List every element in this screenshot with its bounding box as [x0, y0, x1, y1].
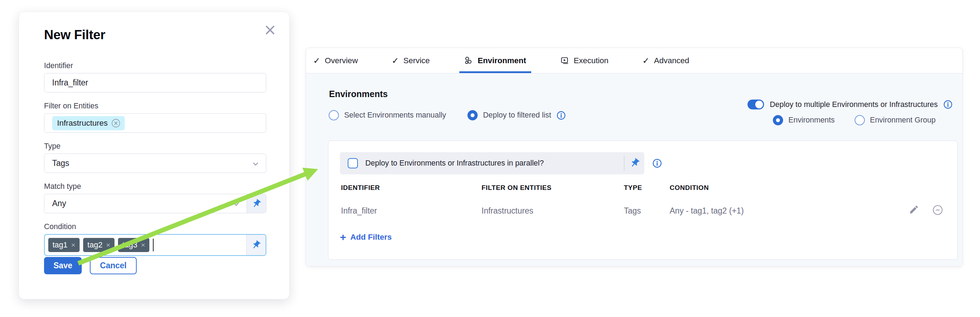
entities-label: Filter on Entities	[44, 102, 266, 110]
filters-card: Deploy to Environments or Infrastructure…	[328, 141, 958, 260]
stage-tabs: ✓ Overview ✓ Service Environment Executi…	[306, 48, 963, 74]
tag-remove-icon[interactable]: ×	[71, 241, 75, 249]
check-icon: ✓	[642, 56, 649, 66]
match-type-pin-button[interactable]	[247, 194, 266, 213]
tab-service[interactable]: ✓ Service	[392, 48, 430, 73]
tab-advanced[interactable]: ✓ Advanced	[642, 48, 689, 73]
type-label: Type	[44, 142, 266, 151]
col-header-type: TYPE	[624, 184, 642, 192]
parallel-checkbox[interactable]	[348, 158, 358, 168]
environment-mode-options: Select Environments manually Deploy to f…	[329, 110, 566, 120]
type-select[interactable]: Tags	[44, 154, 266, 173]
condition-tag: tag2 ×	[83, 238, 115, 252]
condition-tag-input[interactable]: tag1 × tag2 × tag3 ×	[44, 234, 266, 256]
radio-label: Select Environments manually	[344, 111, 446, 120]
radio-icon	[773, 115, 783, 125]
tab-label: Execution	[574, 56, 609, 65]
radio-deploy-to-filtered-list[interactable]: Deploy to filtered list	[468, 110, 566, 120]
cancel-button[interactable]: Cancel	[90, 257, 137, 274]
tab-label: Overview	[325, 56, 358, 65]
type-group: Type Tags	[44, 142, 266, 173]
new-filter-modal: × New Filter Identifier Filter on Entiti…	[19, 12, 290, 299]
parallel-checkbox-label: Deploy to Environments or Infrastructure…	[365, 159, 544, 168]
chevron-down-icon	[253, 158, 258, 168]
execution-play-icon	[560, 56, 569, 65]
info-icon[interactable]	[943, 100, 953, 109]
cell-identifier: Infra_filter	[341, 206, 377, 216]
condition-group: Condition tag1 × tag2 × tag3 ×	[44, 223, 266, 256]
stage-config-panel: ✓ Overview ✓ Service Environment Executi…	[306, 48, 963, 267]
info-icon[interactable]	[557, 111, 566, 120]
tab-overview[interactable]: ✓ Overview	[313, 48, 358, 73]
radio-label: Environments	[788, 116, 835, 125]
radio-icon	[468, 110, 478, 120]
chip-remove-icon[interactable]	[111, 118, 121, 128]
identifier-label: Identifier	[44, 61, 266, 70]
condition-pin-button[interactable]	[246, 235, 266, 255]
deploy-multiple-toggle[interactable]	[748, 99, 764, 109]
edit-filter-button[interactable]	[909, 204, 919, 216]
minus-circle-icon	[932, 204, 943, 216]
parallel-pin-button[interactable]	[630, 158, 640, 170]
type-select-value: Tags	[52, 158, 69, 168]
tab-environment[interactable]: Environment	[464, 48, 526, 73]
radio-label: Environment Group	[870, 116, 935, 125]
environment-tab-content: Environments Select Environments manuall…	[306, 74, 963, 266]
info-icon[interactable]	[652, 158, 662, 168]
tag-remove-icon[interactable]: ×	[141, 241, 145, 249]
environment-target-options: Environments Environment Group	[773, 115, 935, 125]
match-type-label: Match type	[44, 182, 266, 191]
pencil-icon	[909, 204, 919, 215]
col-header-condition: CONDITION	[670, 184, 709, 192]
remove-filter-button[interactable]	[932, 204, 943, 217]
check-icon: ✓	[313, 56, 320, 66]
close-icon[interactable]: ×	[264, 22, 277, 37]
match-type-value: Any	[52, 199, 66, 208]
pin-icon	[251, 240, 261, 250]
entities-chip-label: Infrastructures	[57, 118, 108, 128]
col-header-identifier: IDENTIFIER	[341, 184, 380, 192]
check-icon: ✓	[392, 56, 399, 66]
match-type-group: Match type Any	[44, 182, 266, 213]
identifier-input[interactable]	[44, 73, 266, 93]
radio-environments[interactable]: Environments	[773, 115, 835, 125]
pin-icon	[630, 158, 640, 168]
radio-environment-group[interactable]: Environment Group	[854, 115, 935, 125]
chevron-down-icon	[234, 199, 239, 208]
multi-environment-toggle-row: Deploy to multiple Environments or Infra…	[748, 99, 953, 109]
modal-title: New Filter	[44, 27, 266, 42]
parallel-deploy-bar: Deploy to Environments or Infrastructure…	[340, 152, 644, 175]
add-filters-button[interactable]: + Add Filters	[340, 232, 392, 243]
add-filters-label: Add Filters	[350, 233, 392, 242]
save-button[interactable]: Save	[44, 257, 82, 274]
entities-input[interactable]: Infrastructures	[44, 113, 266, 133]
text-cursor	[153, 239, 154, 251]
col-header-filter-on-entities: FILTER ON ENTITIES	[482, 184, 552, 192]
entities-group: Filter on Entities Infrastructures	[44, 102, 266, 133]
cell-condition: Any - tag1, tag2 (+1)	[670, 206, 744, 216]
toggle-label: Deploy to multiple Environments or Infra…	[770, 100, 938, 109]
cell-filter-on-entities: Infrastructures	[482, 206, 533, 216]
toggle-knob	[755, 101, 763, 108]
radio-select-environments-manually[interactable]: Select Environments manually	[329, 110, 446, 120]
condition-tag: tag1 ×	[48, 238, 80, 252]
environments-heading: Environments	[329, 89, 388, 99]
tab-label: Environment	[478, 56, 526, 65]
identifier-group: Identifier	[44, 61, 266, 93]
tab-label: Service	[403, 56, 430, 65]
tag-label: tag1	[52, 240, 68, 250]
tag-label: tag3	[122, 240, 137, 250]
tab-execution[interactable]: Execution	[560, 48, 609, 73]
screen: { "colors": { "primary": "#2d6cd4", "pin…	[0, 0, 980, 317]
pin-icon	[251, 199, 261, 209]
plus-icon: +	[340, 232, 346, 243]
divider	[624, 156, 625, 171]
tag-label: tag2	[88, 240, 102, 250]
match-type-control: Any	[44, 194, 266, 213]
tag-remove-icon[interactable]: ×	[106, 241, 110, 249]
match-type-select[interactable]: Any	[45, 194, 247, 213]
cell-type: Tags	[624, 206, 641, 216]
radio-label: Deploy to filtered list	[483, 111, 551, 120]
entities-chip: Infrastructures	[52, 116, 125, 130]
tab-label: Advanced	[654, 56, 689, 65]
